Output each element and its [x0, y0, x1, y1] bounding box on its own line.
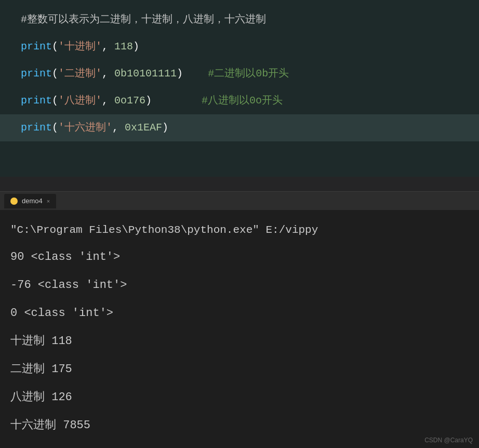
- tab-close-button[interactable]: ×: [47, 198, 50, 204]
- code-line-4: print('八进制', 0o176) #八进制以0o开头: [21, 87, 479, 114]
- paren-2a: (: [52, 41, 58, 52]
- paren-5a: (: [52, 122, 58, 134]
- comma-2: ,: [102, 41, 108, 52]
- python-snake-icon: [10, 197, 18, 205]
- output-3: 0 <class 'int'>: [10, 307, 113, 320]
- num-3: 0b10101111: [108, 68, 177, 80]
- code-line-5: print('十六进制', 0x1EAF): [0, 114, 479, 141]
- cmd-text: "C:\Program Files\Python38\python.exe" E…: [10, 224, 318, 236]
- output-2: -76 <class 'int'>: [10, 279, 127, 292]
- code-editor: #整数可以表示为二进制，十进制，八进制，十六进制 print('十进制', 11…: [0, 0, 479, 177]
- terminal-line-7: 十六进制 7855: [10, 412, 469, 440]
- output-6: 八进制 126: [10, 391, 72, 404]
- paren-2b: ): [133, 41, 139, 52]
- comment-3: #二进制以0b开头: [208, 68, 289, 80]
- terminal-tab-demo4[interactable]: demo4 ×: [4, 194, 56, 208]
- tab-label: demo4: [22, 197, 43, 205]
- code-line-2: print('十进制', 118): [21, 33, 479, 60]
- terminal-line-1: 90 <class 'int'>: [10, 243, 469, 271]
- terminal-line-4: 十进制 118: [10, 327, 469, 355]
- code-lines: #整数可以表示为二进制，十进制，八进制，十六进制 print('十进制', 11…: [0, 0, 479, 148]
- code-line-1: #整数可以表示为二进制，十进制，八进制，十六进制: [21, 6, 479, 33]
- spacing-4: [152, 95, 202, 107]
- comment-4: #八进制以0o开头: [202, 95, 283, 107]
- output-5: 二进制 175: [10, 363, 72, 376]
- watermark: CSDN @CaraYQ: [424, 437, 473, 444]
- num-4: 0o176: [108, 95, 145, 107]
- str-4: '八进制': [58, 95, 102, 107]
- output-7: 十六进制 7855: [10, 419, 90, 432]
- kw-print-3: print: [21, 68, 52, 80]
- terminal-line-3: 0 <class 'int'>: [10, 299, 469, 327]
- str-3: '二进制': [58, 68, 102, 80]
- paren-3b: ): [177, 68, 183, 80]
- watermark-text: CSDN @CaraYQ: [424, 437, 473, 444]
- output-1: 90 <class 'int'>: [10, 251, 120, 263]
- kw-print-5: print: [21, 122, 52, 134]
- terminal-line-cmd: "C:\Program Files\Python38\python.exe" E…: [10, 217, 469, 243]
- str-5: '十六进制': [58, 122, 112, 134]
- code-line-3: print('二进制', 0b10101111) #二进制以0b开头: [21, 60, 479, 87]
- terminal-line-2: -76 <class 'int'>: [10, 271, 469, 299]
- kw-print-2: print: [21, 41, 52, 52]
- paren-4a: (: [52, 95, 58, 107]
- paren-4b: ): [145, 95, 152, 107]
- terminal-output: "C:\Program Files\Python38\python.exe" E…: [0, 210, 479, 448]
- terminal-tab-bar: demo4 ×: [0, 191, 479, 210]
- terminal-line-6: 八进制 126: [10, 384, 469, 412]
- num-5: 0x1EAF: [118, 122, 162, 134]
- comma-4: ,: [102, 95, 108, 107]
- terminal-container: demo4 × "C:\Program Files\Python38\pytho…: [0, 191, 479, 448]
- paren-3a: (: [52, 68, 58, 80]
- paren-5b: ): [162, 122, 168, 134]
- str-2: '十进制': [58, 41, 102, 52]
- comment-text-1: #整数可以表示为二进制，十进制，八进制，十六进制: [21, 14, 266, 25]
- num-2: 118: [108, 41, 133, 52]
- comma-5: ,: [112, 122, 118, 134]
- output-4: 十进制 118: [10, 335, 72, 348]
- kw-print-4: print: [21, 95, 52, 107]
- comma-3: ,: [102, 68, 108, 80]
- spacing-3: [183, 68, 208, 80]
- terminal-line-5: 二进制 175: [10, 355, 469, 384]
- editor-terminal-gap: [0, 177, 479, 191]
